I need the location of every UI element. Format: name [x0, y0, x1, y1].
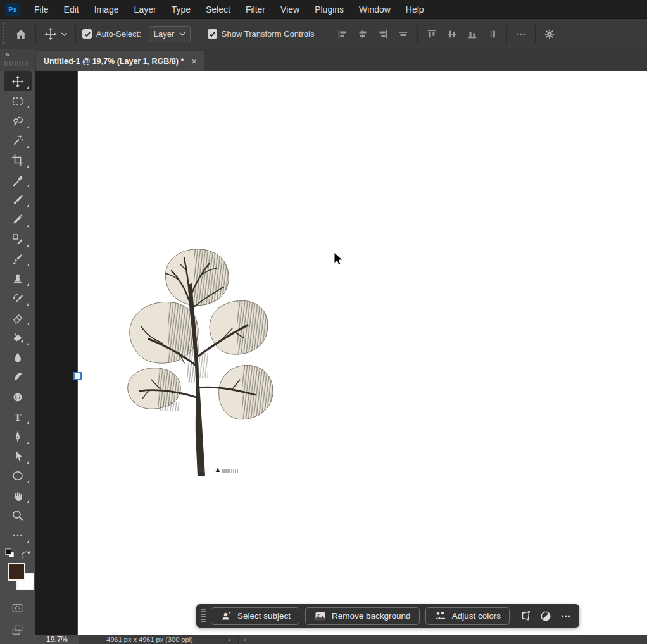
menu-select[interactable]: Select: [198, 0, 238, 19]
adjust-colors-button[interactable]: Adjust colors: [425, 607, 510, 625]
smudge-tool-button[interactable]: [4, 368, 32, 387]
menu-plugins[interactable]: Plugins: [307, 0, 351, 19]
clone-stamp-tool-button[interactable]: [4, 269, 32, 288]
taskbar-drag-handle[interactable]: [201, 608, 206, 624]
expand-panels-icon[interactable]: »: [5, 50, 9, 59]
mixer-brush-tool-button[interactable]: [4, 249, 32, 269]
ellipse-shape-tool-button[interactable]: [4, 466, 32, 486]
align-horizontal-centers-icon[interactable]: [353, 25, 373, 44]
tool-bar: T: [0, 71, 35, 644]
document-info: 4961 px x 4961 px (300 ppi): [79, 635, 220, 644]
horizontal-scrollbar[interactable]: ‹: [238, 635, 647, 644]
menu-file[interactable]: File: [27, 0, 56, 19]
swap-colors-icon[interactable]: [20, 548, 32, 560]
auto-select-label: Auto-Select:: [96, 29, 141, 39]
show-transform-option: Show Transform Controls: [208, 29, 315, 39]
divider: [506, 25, 507, 44]
type-tool-button[interactable]: T: [4, 407, 32, 426]
hand-tool-button[interactable]: [4, 486, 32, 505]
flyout-corner: [27, 204, 29, 207]
flyout-corner: [27, 442, 29, 444]
flyout-corner: [27, 461, 29, 464]
home-icon[interactable]: [13, 25, 29, 44]
align-bottom-edges-icon[interactable]: [462, 25, 482, 44]
distribute-horizontal-icon[interactable]: [393, 25, 413, 44]
menu-window[interactable]: Window: [351, 0, 398, 19]
toolbar-header: »: [0, 49, 35, 71]
auto-select-layer-dropdown[interactable]: Layer: [149, 26, 191, 42]
menu-type[interactable]: Type: [164, 0, 198, 19]
flyout-corner: [27, 225, 29, 227]
eyedropper-tool-button[interactable]: [4, 170, 32, 190]
foreground-color-swatch[interactable]: [8, 563, 25, 581]
move-tool-icon[interactable]: [42, 25, 59, 44]
status-bar: 19.7% 4961 px x 4961 px (300 ppi) › ‹: [35, 635, 647, 644]
contrast-icon[interactable]: [536, 607, 556, 625]
align-top-edges-icon[interactable]: [422, 25, 442, 44]
edit-toolbar-more-icon[interactable]: [4, 525, 32, 545]
screen-mode-icon[interactable]: [4, 621, 32, 640]
flyout-corner: [27, 86, 29, 89]
marquee-tool-button[interactable]: [4, 91, 32, 111]
flyout-corner: [27, 106, 29, 108]
options-bar-grabber[interactable]: [2, 23, 5, 45]
path-selection-tool-button[interactable]: [4, 447, 32, 466]
menu-filter[interactable]: Filter: [238, 0, 273, 19]
toolbar-grabber[interactable]: [4, 61, 30, 66]
eraser-tool-button[interactable]: [4, 308, 32, 328]
flyout-corner: [27, 540, 29, 543]
menu-help[interactable]: Help: [398, 0, 432, 19]
distribute-vertical-icon[interactable]: [482, 25, 503, 44]
brush-tool-button[interactable]: [4, 190, 32, 209]
zoom-level-field[interactable]: 19.7%: [35, 635, 79, 644]
gear-icon[interactable]: [539, 25, 560, 44]
more-icon[interactable]: [556, 607, 576, 625]
auto-select-checkbox[interactable]: [82, 29, 92, 39]
divider: [201, 25, 201, 44]
transform-handle[interactable]: [73, 372, 82, 380]
default-colors-icon[interactable]: [4, 548, 16, 560]
magic-wand-tool-button[interactable]: [4, 131, 32, 151]
align-vertical-centers-icon[interactable]: [442, 25, 462, 44]
crop-tool-button[interactable]: [4, 151, 32, 170]
show-transform-checkbox[interactable]: [208, 29, 217, 39]
scroll-left-icon[interactable]: ‹: [244, 636, 246, 643]
align-icon-group: [332, 25, 560, 44]
move-tool-button[interactable]: [4, 71, 32, 91]
remove-background-button[interactable]: Remove background: [305, 607, 420, 625]
show-transform-label: Show Transform Controls: [222, 29, 315, 39]
lasso-tool-button[interactable]: [4, 111, 32, 130]
button-label: Adjust colors: [452, 611, 501, 621]
quick-mask-icon[interactable]: [4, 598, 32, 618]
history-brush-tool-button[interactable]: [4, 288, 32, 308]
select-subject-button[interactable]: Select subject: [211, 607, 299, 625]
zoom-tool-button[interactable]: [4, 505, 32, 525]
menu-image[interactable]: Image: [87, 0, 127, 19]
transform-icon[interactable]: [515, 607, 536, 625]
sponge-tool-button[interactable]: [4, 387, 32, 407]
flyout-corner: [27, 500, 29, 503]
transform-edge-line: [77, 71, 78, 635]
status-expand-icon[interactable]: ›: [220, 635, 238, 644]
document-canvas[interactable]: [78, 71, 647, 635]
paint-bucket-tool-button[interactable]: [4, 328, 32, 347]
menu-layer[interactable]: Layer: [127, 0, 164, 19]
artist-signature-marks: [200, 468, 237, 473]
flyout-corner: [27, 421, 29, 424]
flyout-corner: [27, 323, 29, 325]
color-replacement-tool-button[interactable]: [4, 230, 32, 249]
photoshop-logo-icon[interactable]: Ps: [5, 3, 20, 16]
close-icon[interactable]: ×: [191, 56, 197, 66]
blur-tool-button[interactable]: [4, 348, 32, 368]
align-left-edges-icon[interactable]: [332, 25, 353, 44]
document-tab-title: Untitled-1 @ 19,7% (Layer 1, RGB/8) *: [44, 57, 184, 66]
more-align-options-icon[interactable]: [511, 25, 531, 44]
menu-view[interactable]: View: [273, 0, 307, 19]
align-right-edges-icon[interactable]: [373, 25, 393, 44]
flyout-corner: [27, 343, 29, 345]
document-tab[interactable]: Untitled-1 @ 19,7% (Layer 1, RGB/8) * ×: [36, 51, 204, 71]
pen-tool-button[interactable]: [4, 426, 32, 446]
pencil-tool-button[interactable]: [4, 209, 32, 229]
menu-edit[interactable]: Edit: [56, 0, 87, 19]
chevron-down-icon[interactable]: [59, 25, 69, 44]
